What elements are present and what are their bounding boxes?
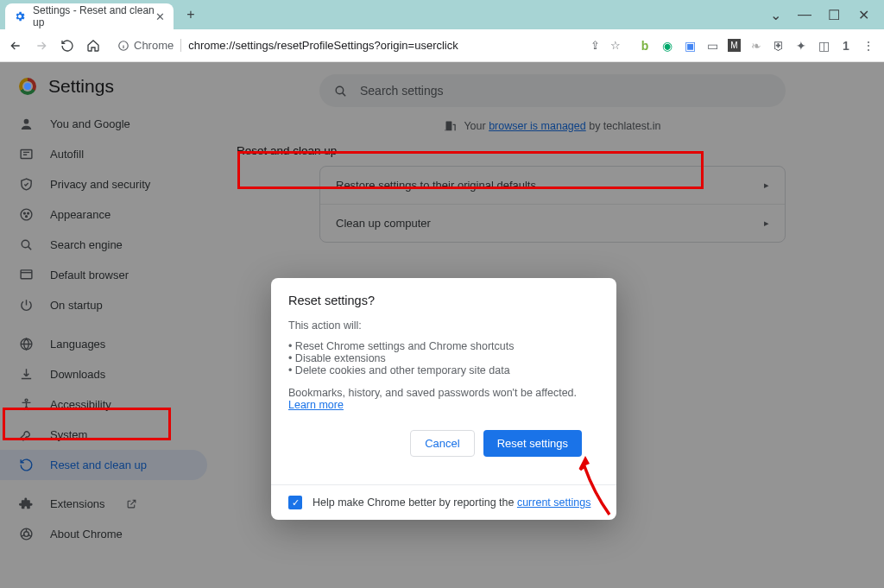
ext-icon-1[interactable]: b: [638, 39, 652, 53]
tab-title: Settings - Reset and clean up: [33, 4, 155, 28]
ext-icon-5[interactable]: M: [728, 39, 741, 52]
kebab-menu-icon[interactable]: ⋮: [862, 39, 875, 53]
browser-toolbar: Chrome chrome://settings/resetProfileSet…: [0, 29, 884, 62]
chevron-down-icon[interactable]: ⌄: [768, 7, 782, 23]
share-icon[interactable]: ⇪: [590, 39, 600, 52]
ext-icon-6[interactable]: ❧: [749, 39, 763, 53]
settings-page: Settings You and Google Autofill Privacy…: [0, 62, 884, 588]
footer-prefix: Help make Chrome better by reporting the: [313, 496, 517, 509]
browser-tab[interactable]: Settings - Reset and clean up ✕: [5, 3, 174, 29]
ext-icon-3[interactable]: ▣: [683, 39, 697, 53]
dialog-footer: ✓ Help make Chrome better by reporting t…: [271, 484, 616, 520]
maximize-icon[interactable]: ☐: [827, 7, 841, 23]
cancel-button[interactable]: Cancel: [410, 430, 474, 457]
dialog-title: Reset settings?: [288, 294, 599, 307]
address-bar[interactable]: Chrome chrome://settings/resetProfileSet…: [109, 34, 629, 58]
gear-icon: [14, 10, 26, 22]
dialog-bullet: Delete cookies and other temporary site …: [288, 364, 599, 376]
extensions-menu-icon[interactable]: ✦: [794, 39, 808, 53]
new-tab-button[interactable]: +: [180, 4, 201, 25]
star-icon[interactable]: ☆: [610, 39, 621, 52]
dialog-bullet: Disable extensions: [288, 352, 599, 364]
minimize-icon[interactable]: ―: [798, 7, 811, 23]
reload-icon[interactable]: [60, 39, 74, 53]
report-checkbox[interactable]: ✓: [288, 496, 302, 509]
dialog-bullet: Reset Chrome settings and Chrome shortcu…: [288, 340, 599, 352]
chrome-label: Chrome: [134, 39, 174, 52]
window-titlebar: Settings - Reset and clean up ✕ + ⌄ ― ☐ …: [0, 0, 884, 29]
dialog-subtitle: This action will:: [288, 319, 599, 332]
back-icon[interactable]: [9, 39, 22, 53]
current-settings-link[interactable]: current settings: [517, 496, 590, 509]
ext-icon-8[interactable]: ◫: [817, 39, 830, 53]
window-controls: ⌄ ― ☐ ✕: [768, 7, 879, 23]
close-tab-icon[interactable]: ✕: [155, 10, 165, 23]
dialog-bullets: Reset Chrome settings and Chrome shortcu…: [288, 340, 599, 376]
forward-icon: [35, 39, 48, 53]
close-window-icon[interactable]: ✕: [856, 7, 870, 23]
url-text: chrome://settings/resetProfileSettings?o…: [188, 39, 458, 52]
reset-settings-dialog: Reset settings? This action will: Reset …: [271, 278, 616, 520]
reset-settings-button[interactable]: Reset settings: [483, 430, 582, 457]
ext-icon-4[interactable]: ▭: [705, 39, 719, 53]
ext-icon-9[interactable]: 1: [839, 39, 853, 53]
ext-icon-7[interactable]: ⛨: [772, 39, 786, 53]
dialog-note: Bookmarks, history, and saved passwords …: [288, 387, 599, 411]
learn-more-link[interactable]: Learn more: [288, 399, 344, 411]
ext-icon-2[interactable]: ◉: [660, 39, 674, 53]
extension-icons: b ◉ ▣ ▭ M ❧ ⛨ ✦ ◫ 1 ⋮: [638, 39, 875, 53]
home-icon[interactable]: [86, 39, 100, 53]
info-icon: [117, 40, 129, 52]
